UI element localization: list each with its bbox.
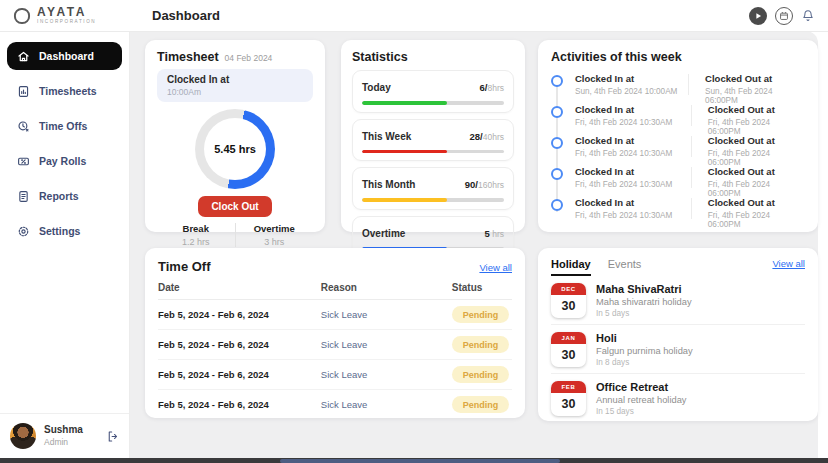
timeoff-date: Feb 5, 2024 - Feb 6, 2024 [158,399,321,410]
stat-value: 90/ [465,179,478,190]
sidebar-item-reports[interactable]: Reports [7,182,122,210]
calendar-day: 30 [551,344,586,367]
progress-bar [362,150,504,154]
divider [691,105,692,126]
column-header-reason: Reason [321,282,452,293]
stat-total: 160hrs [478,180,504,190]
activity-row: Clocked In atFri, 4th Feb 2024 10:30AM C… [551,135,805,166]
sidebar-item-label: Settings [39,225,80,237]
timeoff-reason: Sick Leave [321,369,452,380]
holiday-card: Holiday Events View all DEC 30 Maha Shiv… [538,248,818,421]
sidebar-item-settings[interactable]: Settings [7,217,122,245]
timeoff-title: Time Off [158,259,211,274]
holiday-due: In 8 days [596,358,693,367]
timesheet-title: Timesheet [157,50,219,64]
progress-bar [362,198,504,202]
play-button[interactable] [749,7,767,25]
user-role: Admin [44,437,83,447]
calendar-month: DEC [551,283,586,295]
clockout-time: Fri, 4th Feb 2024 06:00PM [708,211,805,229]
calendar-button[interactable] [775,7,793,25]
divider [691,167,692,188]
logout-icon [106,430,119,443]
timeoff-reason: Sick Leave [321,399,452,410]
progress-bar [362,101,504,105]
scrollbar-thumb[interactable] [280,459,560,463]
calendar-icon [779,11,789,21]
calendar-month: JAN [551,332,586,344]
stat-value: 28/ [470,131,483,142]
hours-donut: 5.45 hrs [195,109,275,189]
holiday-due: In 5 days [596,309,692,318]
activity-row: Clocked In atFri, 4th Feb 2024 10:30AM C… [551,166,805,197]
calendar-day: 30 [551,295,586,318]
clock-out-button[interactable]: Clock Out [198,196,271,217]
clockout-label: Clocked Out at [708,197,805,208]
sidebar-item-pay-rolls[interactable]: Pay Rolls [7,147,122,175]
timeoff-reason: Sick Leave [321,339,452,350]
report-icon [17,190,30,203]
stat-label: Overtime [362,228,405,239]
bell-icon [801,9,815,23]
clockin-time: Fri, 4th Feb 2024 10:30AM [575,118,691,127]
page-title: Dashboard [152,8,220,23]
brand-name: AYATA [37,6,96,18]
stat-today: Today 6/8hrs [352,70,514,113]
sidebar-item-label: Timesheets [39,85,97,97]
table-row: Feb 5, 2024 - Feb 6, 2024 Sick Leave Pen… [158,300,512,330]
brand-mark-icon [12,6,32,26]
clockout-time: Fri, 4th Feb 2024 06:00PM [708,118,805,136]
activities-title: Activities of this week [551,50,805,64]
holiday-due: In 15 days [596,407,686,416]
timeoff-view-all-link[interactable]: View all [479,262,512,273]
activity-row: Clocked In atSun, 4th Feb 2024 10:00AM C… [551,73,805,104]
divider [688,74,689,95]
holiday-view-all-link[interactable]: View all [772,258,805,269]
clockin-label: Clocked In at [575,73,688,84]
sidebar-item-time-offs[interactable]: Time Offs [7,112,122,140]
timesheet-date: 04 Feb 2024 [225,53,273,63]
timeline-dot-icon [551,75,563,87]
tab-holiday[interactable]: Holiday [551,258,591,276]
status-badge: Pending [452,396,510,413]
timeline-dot-icon [551,199,563,211]
break-value: 1.2 hrs [157,237,235,247]
clockin-time: Fri, 4th Feb 2024 10:30AM [575,180,691,189]
timeoff-reason: Sick Leave [321,309,452,320]
sidebar: Dashboard Timesheets Time Offs Pay Rolls… [0,31,130,463]
tab-events[interactable]: Events [608,258,642,274]
gear-icon [17,225,30,238]
stat-this-month: This Month 90/160hrs [352,167,514,210]
clockin-time: Fri, 4th Feb 2024 10:30AM [575,211,691,220]
sidebar-item-label: Reports [39,190,79,202]
payroll-icon [17,155,30,168]
list-item: FEB 30 Office Retreat Annual retreat hol… [551,374,805,422]
logout-button[interactable] [106,430,119,443]
avatar [10,423,36,449]
sidebar-item-dashboard[interactable]: Dashboard [7,42,122,70]
stat-total: 40hrs [483,132,504,142]
top-header: AYATA INCORPORATION Dashboard [0,0,828,32]
break-label: Break [157,223,235,234]
clockout-label: Clocked Out at [705,73,805,84]
table-row: Feb 5, 2024 - Feb 6, 2024 Sick Leave Pen… [158,330,512,360]
play-icon [754,12,762,20]
divider [691,136,692,157]
user-name: Sushma [44,424,83,436]
notifications-button[interactable] [801,9,815,23]
status-badge: Pending [452,366,510,383]
column-header-status: Status [452,282,512,293]
clockin-time: 10:00Am [167,87,303,97]
calendar-day: 30 [551,393,586,416]
timeline-dot-icon [551,137,563,149]
holiday-subtitle: Maha shivaratri holiday [596,297,692,307]
holiday-subtitle: Annual retreat holiday [596,395,686,405]
clockin-label: Clocked In at [575,104,691,115]
status-badge: Pending [452,336,510,353]
clockin-label: Clocked In at [575,135,691,146]
clockin-label: Clocked In at [167,74,303,85]
status-badge: Pending [452,306,510,323]
sidebar-item-timesheets[interactable]: Timesheets [7,77,122,105]
brand-subtitle: INCORPORATION [37,20,96,25]
stat-label: This Week [362,131,411,142]
